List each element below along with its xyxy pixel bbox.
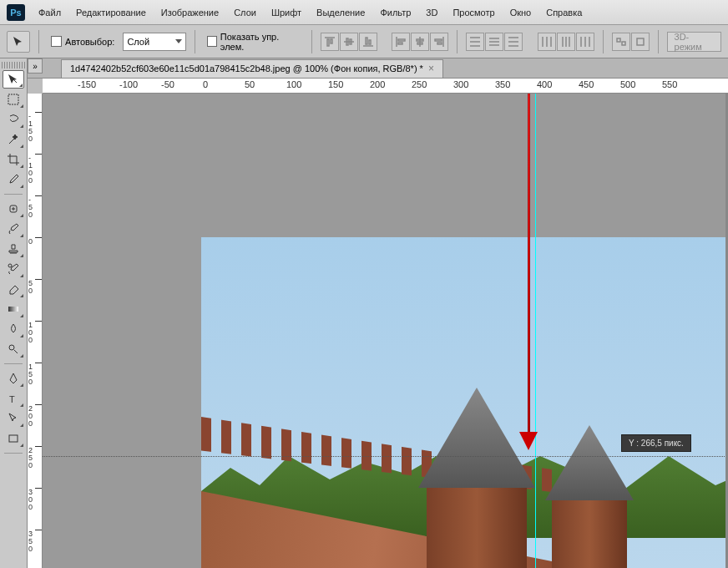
separator [457,30,458,53]
align-group-2 [392,33,448,51]
align-vcenter-button[interactable] [340,33,358,51]
app-logo: Ps [7,4,25,21]
magic-wand-tool[interactable] [3,130,24,149]
dist-hcenter-button[interactable] [557,33,575,51]
healing-tool[interactable] [3,200,24,218]
separator [38,30,39,53]
document-tab-bar: » 1d4742402b52cf603e60e11c5d01a798415c2b… [28,58,728,79]
path-select-tool[interactable] [3,409,24,428]
menu-bar: Файл Редактирование Изображение Слои Шри… [32,4,589,21]
separator [195,30,195,53]
work-area: T » 1d4742402b52cf603e60e11c5d01a798415c… [0,58,728,568]
menu-window[interactable]: Окно [503,4,538,21]
title-bar: Ps Файл Редактирование Изображение Слои … [0,0,728,25]
align-top-button[interactable] [321,33,339,51]
dist-right-button[interactable] [576,33,594,51]
position-tooltip: Y : 266,5 пикс. [621,434,691,452]
dist-top-button[interactable] [466,33,484,51]
lasso-tool[interactable] [3,110,24,129]
history-brush-tool[interactable] [3,260,24,278]
separator [603,30,604,53]
align-left-button[interactable] [392,33,410,51]
auto-select-group: Автовыбор: [48,36,118,47]
annotation-arrow [523,94,533,449]
align-group-1 [321,33,377,51]
distribute-group-2 [538,33,594,51]
show-controls-label: Показать упр. элем. [220,32,300,52]
canvas-image [201,237,728,568]
eraser-tool[interactable] [3,280,24,298]
menu-filter[interactable]: Фильтр [373,4,417,21]
show-controls-group: Показать упр. элем. [204,32,303,52]
auto-align-button[interactable] [612,33,630,51]
menu-type[interactable]: Шрифт [265,4,308,21]
auto-select-checkbox[interactable] [51,36,62,47]
tool-palette: T [0,58,28,568]
svg-rect-0 [8,94,18,104]
dodge-tool[interactable] [3,340,24,358]
distribute-group-1 [466,33,523,51]
align-bottom-button[interactable] [359,33,377,51]
tool-separator [4,194,23,195]
auto-align-group [612,33,650,51]
options-bar: Автовыбор: Слой Показать упр. элем. 3D-р… [0,25,728,58]
eyedropper-tool[interactable] [3,170,24,189]
menu-select[interactable]: Выделение [310,4,372,21]
crop-tool[interactable] [3,150,24,169]
marquee-tool[interactable] [3,90,24,109]
tool-separator [4,453,23,454]
menu-view[interactable]: Просмотр [446,4,501,21]
type-tool[interactable]: T [3,389,24,408]
svg-rect-3 [8,307,18,312]
dropdown-value: Слой [127,37,149,47]
close-tab-icon[interactable]: × [428,63,434,74]
align-hcenter-button[interactable] [411,33,429,51]
svg-text:T: T [9,394,15,404]
separator [311,30,312,53]
stamp-tool[interactable] [3,240,24,258]
menu-help[interactable]: Справка [539,4,589,21]
menu-image[interactable]: Изображение [154,4,225,21]
menu-3d[interactable]: 3D [419,4,444,21]
blur-tool[interactable] [3,320,24,338]
brush-tool[interactable] [3,220,24,238]
pen-tool[interactable] [3,369,24,388]
menu-edit[interactable]: Редактирование [69,4,153,21]
auto-select-label: Автовыбор: [65,37,114,47]
auto-select-target-dropdown[interactable]: Слой [123,33,185,51]
show-controls-checkbox[interactable] [207,36,217,47]
separator [658,30,659,53]
dist-left-button[interactable] [538,33,556,51]
vertical-ruler[interactable]: -150-100-50050100150200250300350400450 [28,94,43,568]
dist-bottom-button[interactable] [504,33,523,51]
menu-file[interactable]: Файл [32,4,68,21]
svg-point-4 [9,345,14,350]
mode-3d-button[interactable]: 3D-режим [667,32,721,52]
palette-grip[interactable] [2,62,25,68]
horizontal-ruler[interactable]: -150-100-5005010015020025030035040045050… [43,79,728,94]
expand-panels-button[interactable]: » [28,58,43,74]
gradient-tool[interactable] [3,300,24,318]
menu-layer[interactable]: Слои [227,4,263,21]
canvas[interactable]: Y : 266,5 пикс. [43,94,728,568]
align-right-button[interactable] [430,33,448,51]
auto-blend-button[interactable] [631,33,650,51]
vertical-guide[interactable] [535,94,536,568]
move-tool[interactable] [3,70,24,89]
tool-preset-button[interactable] [7,31,30,53]
document-area: » 1d4742402b52cf603e60e11c5d01a798415c2b… [28,58,728,568]
document-tab[interactable]: 1d4742402b52cf603e60e11c5d01a798415c2b48… [61,59,443,78]
svg-rect-6 [9,435,18,442]
horizontal-guide-dragging[interactable] [43,456,728,457]
tool-separator [4,363,23,364]
document-tab-title: 1d4742402b52cf603e60e11c5d01a798415c2b48… [70,63,423,74]
dist-vcenter-button[interactable] [485,33,503,51]
svg-point-2 [8,264,12,267]
rectangle-tool[interactable] [3,429,24,448]
